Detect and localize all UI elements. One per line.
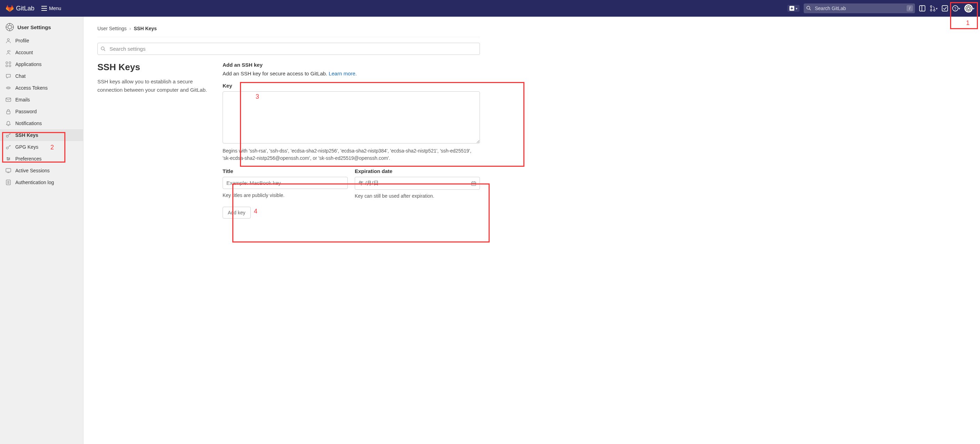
svg-rect-26 — [6, 111, 10, 114]
sidebar-item-gpg-keys[interactable]: GPG Keys — [0, 141, 83, 153]
svg-rect-32 — [6, 168, 11, 172]
expiration-field-label: Expiration date — [355, 168, 480, 174]
sidebar-item-emails[interactable]: Emails — [0, 94, 83, 106]
brand-text: GitLab — [16, 5, 34, 12]
chevron-down-icon: ▾ — [973, 6, 974, 10]
apps-icon — [6, 62, 11, 67]
help-icon[interactable]: ?▾ — [952, 5, 960, 11]
pref-icon — [6, 156, 11, 162]
global-search: / — [804, 3, 915, 13]
identicon-icon — [6, 23, 14, 31]
hamburger-icon — [41, 6, 47, 11]
lock-icon — [6, 109, 11, 114]
svg-point-31 — [8, 159, 9, 160]
sidebar: User Settings ProfileAccountApplications… — [0, 17, 83, 444]
add-key-button[interactable]: Add key — [223, 207, 251, 219]
sidebar-item-account[interactable]: Account — [0, 46, 83, 59]
sidebar-item-label: Profile — [15, 38, 29, 43]
svg-point-30 — [9, 159, 10, 159]
svg-rect-25 — [6, 98, 11, 101]
sidebar-item-label: Chat — [15, 73, 26, 79]
breadcrumb-separator: › — [129, 26, 131, 31]
page-title: SSH Keys — [97, 62, 208, 73]
sidebar-title: User Settings — [0, 19, 83, 35]
key-icon — [6, 144, 11, 150]
svg-rect-40 — [472, 182, 476, 186]
svg-point-23 — [8, 87, 9, 88]
sidebar-item-label: Password — [15, 109, 37, 114]
sidebar-item-active-sessions[interactable]: Active Sessions — [0, 165, 83, 176]
sidebar-item-password[interactable]: Password — [0, 106, 83, 117]
svg-point-29 — [7, 157, 8, 159]
brand-logo[interactable]: GitLab — [6, 4, 34, 13]
menu-button[interactable]: Menu — [41, 6, 61, 11]
svg-text:?: ? — [954, 6, 956, 11]
svg-rect-8 — [942, 6, 948, 11]
learn-more-link[interactable]: Learn more. — [329, 71, 357, 76]
chat-icon — [6, 73, 11, 79]
sidebar-item-label: SSH Keys — [15, 132, 38, 138]
title-input[interactable] — [223, 177, 348, 189]
merge-requests-icon[interactable]: ▾ — [929, 5, 937, 11]
svg-point-14 — [8, 25, 11, 29]
plus-icon — [789, 6, 794, 11]
svg-point-6 — [930, 10, 932, 11]
title-field-label: Title — [223, 168, 348, 174]
sidebar-item-access-tokens[interactable]: Access Tokens — [0, 82, 83, 94]
chevron-down-icon: ▾ — [958, 6, 960, 10]
svg-rect-18 — [9, 62, 11, 63]
svg-rect-20 — [9, 65, 11, 67]
svg-rect-3 — [920, 6, 925, 11]
svg-point-7 — [934, 10, 935, 11]
account-icon — [6, 50, 11, 55]
todos-icon[interactable] — [942, 5, 948, 11]
create-new-dropdown[interactable]: ▾ — [788, 5, 800, 12]
settings-search-input[interactable] — [97, 43, 480, 55]
chevron-down-icon: ▾ — [796, 6, 797, 10]
sidebar-item-preferences[interactable]: Preferences — [0, 153, 83, 165]
menu-label: Menu — [49, 6, 61, 11]
expiration-date-input[interactable]: 年 /月/日 — [355, 177, 480, 190]
search-icon — [807, 6, 811, 11]
sidebar-item-label: Applications — [15, 62, 42, 67]
search-input[interactable] — [804, 3, 915, 13]
sidebar-item-authentication-log[interactable]: Authentication log — [0, 176, 83, 188]
key-field-label: Key — [223, 83, 480, 89]
key-textarea[interactable] — [223, 91, 480, 143]
breadcrumb: User Settings › SSH Keys — [97, 22, 480, 37]
svg-point-16 — [8, 51, 10, 52]
key-help-text: Begins with 'ssh-rsa', 'ssh-dss', 'ecdsa… — [223, 147, 480, 162]
user-avatar-menu[interactable]: ▾ — [964, 4, 974, 13]
search-shortcut-badge: / — [907, 5, 913, 11]
user-icon — [6, 38, 11, 43]
svg-point-12 — [967, 7, 970, 10]
title-help-text: Key titles are publicly visible. — [223, 192, 348, 199]
sidebar-item-ssh-keys[interactable]: SSH Keys — [0, 129, 83, 141]
sidebar-item-profile[interactable]: Profile — [0, 35, 83, 46]
key-icon — [6, 132, 11, 138]
svg-point-1 — [807, 6, 810, 10]
avatar — [964, 4, 973, 13]
bell-icon — [6, 121, 11, 126]
token-icon — [6, 85, 11, 91]
email-icon — [6, 97, 11, 103]
page-description: SSH keys allow you to establish a secure… — [97, 78, 208, 94]
svg-rect-17 — [6, 62, 8, 63]
main-content: User Settings › SSH Keys SSH Keys SSH ke… — [83, 17, 501, 444]
sidebar-title-text: User Settings — [18, 24, 51, 30]
sidebar-item-chat[interactable]: Chat — [0, 70, 83, 82]
sidebar-item-label: Emails — [15, 97, 30, 103]
svg-rect-19 — [6, 65, 8, 67]
top-header: GitLab Menu ▾ / ▾ ?▾ ▾ — [0, 0, 980, 17]
add-key-subtitle: Add an SSH key for secure access to GitL… — [223, 71, 480, 76]
sidebar-item-label: GPG Keys — [15, 144, 38, 150]
log-icon — [6, 180, 11, 185]
svg-point-5 — [930, 6, 932, 7]
svg-point-38 — [101, 46, 104, 50]
issues-icon[interactable] — [919, 5, 925, 11]
gitlab-tanuki-icon — [6, 4, 14, 13]
sidebar-item-notifications[interactable]: Notifications — [0, 117, 83, 129]
breadcrumb-parent[interactable]: User Settings — [97, 26, 127, 31]
sidebar-item-applications[interactable]: Applications — [0, 59, 83, 70]
svg-line-39 — [104, 49, 105, 51]
